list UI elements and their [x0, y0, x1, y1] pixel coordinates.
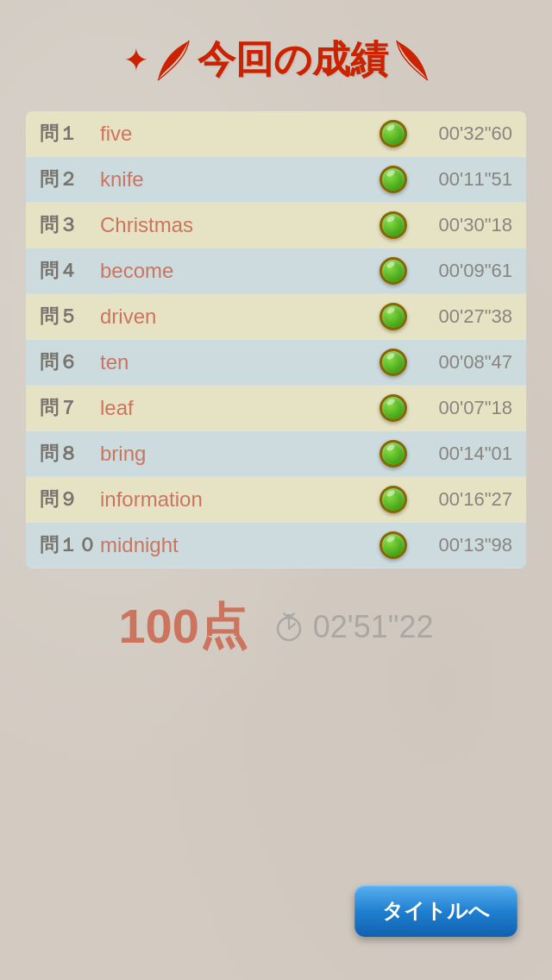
feather-left-icon: [156, 39, 191, 82]
time-value: 00'14"01: [417, 443, 512, 465]
question-number: 問１: [40, 121, 100, 147]
word-text: information: [100, 487, 380, 512]
time-value: 00'08"47: [417, 351, 512, 374]
table-row: 問３ Christmas 00'30"18: [26, 203, 526, 248]
time-value: 00'09"61: [417, 260, 512, 282]
time-value: 00'13"98: [417, 534, 512, 556]
question-number: 問６: [40, 349, 100, 375]
feather-right-icon: [395, 39, 430, 82]
word-text: leaf: [100, 396, 380, 420]
correct-indicator: [380, 303, 407, 330]
correct-indicator: [380, 349, 407, 376]
correct-indicator: [380, 211, 407, 239]
table-row: 問１０ midnight 00'13"98: [26, 523, 526, 569]
question-number: 問２: [40, 166, 100, 192]
total-time-container: 02'51"22: [273, 609, 434, 645]
question-number: 問１０: [40, 532, 100, 558]
question-number: 問５: [40, 304, 100, 330]
correct-indicator: [380, 166, 407, 193]
table-row: 問７ leaf 00'07"18: [26, 386, 526, 431]
question-number: 問８: [40, 441, 100, 467]
word-text: bring: [100, 442, 380, 466]
table-row: 問１ five 00'32"60: [26, 111, 526, 157]
svg-rect-1: [286, 614, 292, 617]
word-text: driven: [100, 305, 380, 329]
correct-indicator: [380, 120, 407, 148]
correct-indicator: [380, 531, 407, 559]
score-points: 100点: [118, 594, 247, 660]
total-time: 02'51"22: [313, 609, 434, 645]
header: ✦ 今回の成績: [0, 0, 552, 103]
question-number: 問７: [40, 395, 100, 421]
time-value: 00'27"38: [417, 305, 512, 328]
correct-indicator: [380, 486, 407, 513]
time-value: 00'32"60: [417, 122, 512, 145]
question-number: 問４: [40, 258, 100, 284]
word-text: become: [100, 259, 380, 283]
word-text: five: [100, 122, 380, 146]
correct-indicator: [380, 394, 407, 422]
question-number: 問３: [40, 212, 100, 238]
table-row: 問９ information 00'16"27: [26, 477, 526, 523]
score-section: 100点 02'51"22: [0, 594, 552, 660]
results-list: 問１ five 00'32"60 問２ knife 00'11"51 問３ Ch…: [26, 111, 526, 569]
page-title: 今回の成績: [198, 35, 388, 85]
time-value: 00'07"18: [417, 397, 512, 419]
time-value: 00'30"18: [417, 214, 512, 236]
time-value: 00'11"51: [417, 168, 512, 191]
word-text: ten: [100, 350, 380, 374]
svg-line-4: [284, 613, 286, 616]
word-text: Christmas: [100, 213, 380, 237]
table-row: 問８ bring 00'14"01: [26, 431, 526, 477]
table-row: 問４ become 00'09"61: [26, 248, 526, 294]
svg-line-3: [289, 624, 295, 629]
word-text: midnight: [100, 533, 380, 557]
question-number: 問９: [40, 487, 100, 512]
time-value: 00'16"27: [417, 488, 512, 511]
table-row: 問５ driven 00'27"38: [26, 294, 526, 340]
title-button[interactable]: タイトルへ: [354, 885, 518, 937]
table-row: 問２ knife 00'11"51: [26, 157, 526, 203]
correct-indicator: [380, 257, 407, 285]
feather-left-icon: ✦: [123, 42, 149, 79]
stopwatch-icon: [273, 612, 304, 643]
correct-indicator: [380, 440, 407, 468]
table-row: 問６ ten 00'08"47: [26, 340, 526, 386]
word-text: knife: [100, 167, 380, 192]
svg-line-5: [292, 613, 294, 616]
